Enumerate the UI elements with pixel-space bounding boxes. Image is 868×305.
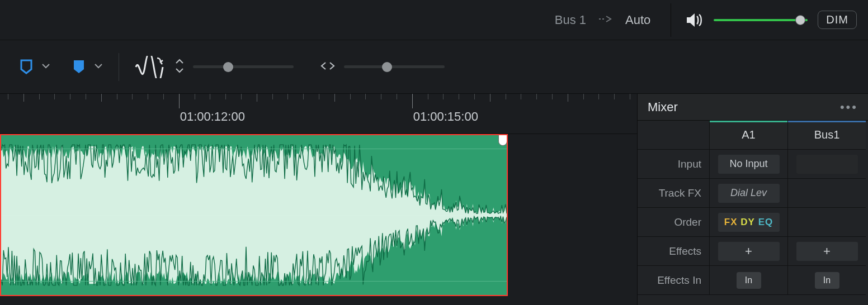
add-effect-a1[interactable]: +: [718, 242, 780, 261]
horizontal-zoom-thumb[interactable]: [382, 62, 392, 72]
dim-button[interactable]: DIM: [818, 11, 857, 29]
channel-name-bus1: Bus1: [814, 128, 840, 141]
audio-clip[interactable]: [0, 134, 508, 296]
monitor-volume-thumb[interactable]: [795, 15, 805, 25]
effects-in-a1[interactable]: In: [737, 272, 761, 289]
channel-header-bus1[interactable]: Bus1: [787, 121, 866, 150]
row-label-input: Input: [638, 150, 709, 179]
ruler-label: 01:00:15:00: [413, 109, 478, 124]
clip-upper-bound-line: [1, 149, 507, 149]
clip-lower-bound-line: [1, 281, 507, 282]
monitor-volume-slider[interactable]: [714, 15, 808, 25]
row-label-effectsin: Effects In: [638, 266, 709, 295]
effects-in-bus1[interactable]: In: [815, 272, 839, 289]
monitoring-bar: Bus 1 Auto DIM: [0, 0, 868, 40]
toolbar-separator: [119, 53, 119, 81]
trackfx-slot-a1[interactable]: Dial Lev: [718, 184, 780, 203]
mixer-title: Mixer: [648, 100, 678, 115]
channel-header-a1[interactable]: A1: [709, 121, 787, 150]
divider: [671, 3, 671, 37]
order-slot-bus1: [787, 208, 866, 237]
flag-solid-dropdown[interactable]: [94, 61, 103, 73]
row-label-effects: Effects: [638, 237, 709, 266]
speaker-icon[interactable]: [685, 11, 704, 30]
timeline-pane: :0001:00:12:0001:00:15:00: [0, 94, 638, 305]
flag-outline-dropdown[interactable]: [41, 61, 50, 73]
time-ruler[interactable]: :0001:00:12:0001:00:15:00: [0, 94, 637, 134]
transient-detect-icon[interactable]: [135, 54, 166, 80]
vertical-zoom-icon[interactable]: [174, 58, 185, 76]
add-effect-bus1[interactable]: +: [796, 242, 858, 261]
input-slot-a1[interactable]: No Input: [718, 155, 780, 174]
flag-marker-solid-icon[interactable]: [72, 59, 86, 75]
row-label-order: Order: [638, 208, 709, 237]
ruler-label: 01:00:12:00: [180, 109, 245, 124]
mixer-grid: A1 Bus1 Input No Input Track FX Dial Lev…: [638, 121, 868, 295]
order-slot-a1[interactable]: FX DY EQ: [718, 213, 780, 232]
input-slot-bus1[interactable]: [796, 155, 858, 174]
row-label-trackfx: Track FX: [638, 179, 709, 208]
timeline-toolbar: [0, 40, 868, 94]
automation-mode-label[interactable]: Auto: [625, 13, 650, 27]
horizontal-zoom-icon[interactable]: [319, 60, 336, 74]
channel-name-a1: A1: [742, 128, 755, 141]
clip-out-handle[interactable]: [498, 135, 507, 146]
clip-center-line: [1, 215, 507, 216]
vertical-zoom-slider[interactable]: [193, 62, 294, 72]
mixer-panel: Mixer ••• A1 Bus1 Input No Input Track F…: [638, 94, 868, 305]
monitor-bus-label[interactable]: Bus 1: [555, 13, 586, 27]
mixer-options-icon[interactable]: •••: [840, 100, 858, 115]
trackfx-slot-bus1: [787, 179, 866, 208]
track-area[interactable]: [0, 134, 637, 305]
vertical-zoom-thumb[interactable]: [223, 62, 233, 72]
flag-marker-outline-icon[interactable]: [19, 59, 34, 75]
horizontal-zoom-slider[interactable]: [344, 62, 445, 72]
route-arrow-icon: [596, 14, 615, 26]
